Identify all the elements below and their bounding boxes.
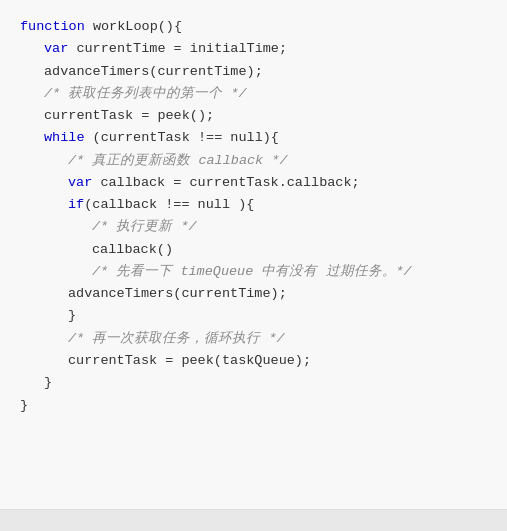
- normal-token: (callback !== null ){: [84, 194, 254, 216]
- normal-token: workLoop(){: [93, 16, 182, 38]
- kw-token: function: [20, 16, 93, 38]
- code-line: advanceTimers(currentTime);: [20, 61, 487, 83]
- comment-token: /* 执行更新 */: [92, 216, 197, 238]
- code-line: advanceTimers(currentTime);: [20, 283, 487, 305]
- normal-token: currentTask = peek(taskQueue);: [68, 350, 311, 372]
- code-block: function workLoop(){var currentTime = in…: [0, 0, 507, 531]
- code-line: var callback = currentTask.callback;: [20, 172, 487, 194]
- code-line: /* 执行更新 */: [20, 216, 487, 238]
- normal-token: advanceTimers(currentTime);: [68, 283, 287, 305]
- kw-token: if: [68, 194, 84, 216]
- code-line: /* 真正的更新函数 callback */: [20, 150, 487, 172]
- kw-token: var: [44, 38, 76, 60]
- code-line: }: [20, 372, 487, 394]
- code-line: }: [20, 305, 487, 327]
- normal-token: }: [44, 372, 52, 394]
- comment-token: /* 真正的更新函数 callback */: [68, 150, 288, 172]
- normal-token: callback(): [92, 239, 173, 261]
- comment-token: /* 先看一下 timeQueue 中有没有 过期任务。*/: [92, 261, 412, 283]
- code-line: /* 再一次获取任务，循环执行 */: [20, 328, 487, 350]
- code-line: callback(): [20, 239, 487, 261]
- code-line: var currentTime = initialTime;: [20, 38, 487, 60]
- comment-token: /* 再一次获取任务，循环执行 */: [68, 328, 285, 350]
- code-line: currentTask = peek();: [20, 105, 487, 127]
- normal-token: }: [68, 305, 76, 327]
- kw-token: while: [44, 127, 93, 149]
- code-line: }: [20, 395, 487, 417]
- comment-token: /* 获取任务列表中的第一个 */: [44, 83, 247, 105]
- code-line: /* 获取任务列表中的第一个 */: [20, 83, 487, 105]
- code-line: /* 先看一下 timeQueue 中有没有 过期任务。*/: [20, 261, 487, 283]
- code-line: if(callback !== null ){: [20, 194, 487, 216]
- normal-token: callback = currentTask.callback;: [100, 172, 359, 194]
- normal-token: currentTime = initialTime;: [76, 38, 287, 60]
- code-line: currentTask = peek(taskQueue);: [20, 350, 487, 372]
- kw-token: var: [68, 172, 100, 194]
- status-bar: [0, 509, 507, 531]
- code-line: while (currentTask !== null){: [20, 127, 487, 149]
- normal-token: }: [20, 395, 28, 417]
- code-line: function workLoop(){: [20, 16, 487, 38]
- normal-token: currentTask = peek();: [44, 105, 214, 127]
- normal-token: advanceTimers(currentTime);: [44, 61, 263, 83]
- normal-token: (currentTask !== null){: [93, 127, 279, 149]
